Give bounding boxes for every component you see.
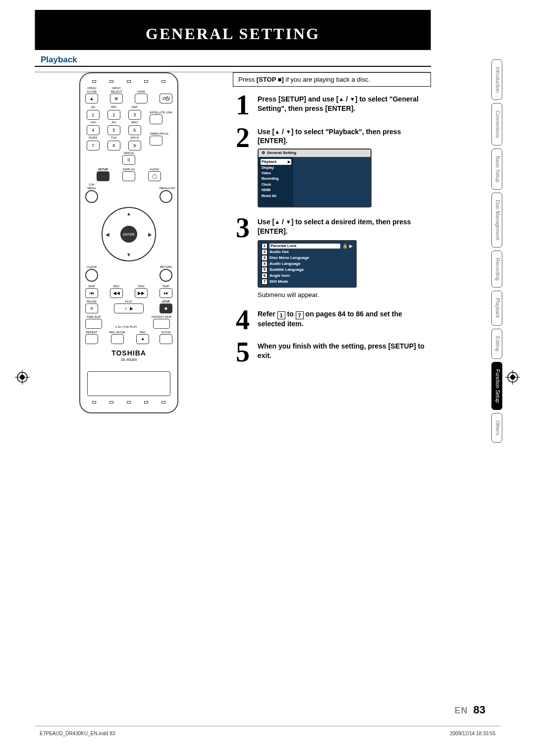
btn-recmode <box>111 334 124 344</box>
lbl-recmode: REC MODE <box>108 331 126 334</box>
tab-disc-management[interactable]: Disc Management <box>491 193 502 248</box>
btn-5: 5 <box>107 125 120 135</box>
submenu-list: 1Parental Lock🔒 ▶ 2Audio Out 3Disc Menu … <box>258 240 357 288</box>
lbl-menulist: MENU/LIST <box>160 187 172 190</box>
step-1: 1 Press [SETUP] and use [▲ / ▼] to selec… <box>233 94 431 117</box>
ref-box-7: 7 <box>296 311 304 319</box>
down-arrow-icon: ▼ <box>286 128 291 136</box>
lbl-2: ABC <box>107 105 120 109</box>
remote-dot <box>144 80 148 83</box>
btn-1: 1 <box>87 110 100 120</box>
tab-others[interactable]: Others <box>491 413 502 443</box>
tab-introduction[interactable]: Introduction <box>491 59 502 100</box>
tab-editing[interactable]: Editing <box>491 329 502 359</box>
btn-topmenu <box>85 190 98 203</box>
btn-zoom <box>160 334 172 344</box>
btn-timer <box>150 136 162 146</box>
lbl-return: RETURN <box>160 265 172 269</box>
btn-input-select: ⊕ <box>110 94 123 103</box>
registration-mark-left <box>15 370 30 387</box>
sn4: 5 <box>262 267 268 273</box>
up-arrow-icon: ▲ <box>338 96 344 103</box>
footer-date: 2009/12/14 18:33:55 <box>450 731 495 736</box>
lbl-blank <box>160 90 172 94</box>
arrow-right-icon: ▶ <box>148 232 152 237</box>
section-header: Playback <box>41 55 431 65</box>
remote-dot <box>109 80 113 83</box>
step-num-5: 5 <box>233 341 253 364</box>
btn-3: 3 <box>128 110 141 120</box>
step-num-4: 4 <box>233 308 253 332</box>
lbl-rec: REC <box>136 331 149 334</box>
btn-2: 2 <box>107 110 120 120</box>
btn-power: I/⏻ <box>160 94 172 103</box>
btn-play: ○ ▶ <box>114 303 144 313</box>
remote-dot <box>127 80 131 83</box>
lbl-repeat: REPEAT <box>85 331 98 334</box>
up-arrow-icon: ▲ <box>274 218 280 226</box>
ref-box-1: 1 <box>277 311 285 319</box>
lbl-instantskip: INSTANT SKIP <box>151 315 172 319</box>
tab-basic-setup[interactable]: Basic Setup <box>491 149 502 190</box>
btn-fwd: ▶▶ <box>135 288 148 298</box>
lbl-5: JKL <box>107 121 120 124</box>
btn-return <box>160 269 172 282</box>
lbl-speedplay: 1.3x / 0.8x PLAY <box>110 325 142 329</box>
step-num-2: 2 <box>233 126 253 208</box>
tab-function-setup[interactable]: Function Setup <box>491 362 502 410</box>
section-rule <box>35 66 431 67</box>
lbl-audio: AUDIO <box>148 168 161 171</box>
submenu-row: 2Audio Out <box>262 249 353 255</box>
remote-brand: TOSHIBA <box>85 349 172 357</box>
tab-connections[interactable]: Connections <box>491 103 502 146</box>
remote-dot <box>144 401 148 403</box>
osd-item: HDMI <box>261 187 291 193</box>
s3b: / <box>280 218 286 226</box>
btn-instantskip <box>153 319 170 329</box>
lbl-open-close: OPEN/ CLOSE <box>85 87 98 94</box>
info-suffix: if you are playing back a disc. <box>284 76 370 83</box>
sn1: 2 <box>262 249 268 255</box>
osd-item: Video <box>261 170 291 176</box>
content-row: OPEN/ CLOSE▲ INPUT SELECT⊕ HDMI I/⏻ .@/:… <box>35 72 431 413</box>
st3: Audio Language <box>269 261 353 267</box>
btn-menulist <box>160 190 172 203</box>
page-number-block: EN 83 <box>454 704 485 716</box>
remote-dot <box>92 80 96 83</box>
gear-icon: ⚙ <box>262 151 265 156</box>
side-tabs: Introduction Connections Basic Setup Dis… <box>491 59 502 443</box>
step-5: 5 When you finish with the setting, pres… <box>233 341 431 364</box>
st2: Disc Menu Language <box>269 255 353 261</box>
tab-recording[interactable]: Recording <box>491 251 502 288</box>
osd-item: Clock <box>261 182 291 187</box>
step-4: 4 Refer 1 to 7 on pages 84 to 86 and set… <box>233 308 431 332</box>
osd-item: Reset All <box>261 193 291 199</box>
s2a: Use [ <box>258 128 274 136</box>
lbl-skip-back: SKIP <box>85 285 98 288</box>
remote-control: OPEN/ CLOSE▲ INPUT SELECT⊕ HDMI I/⏻ .@/:… <box>79 72 178 413</box>
btn-hdmi <box>135 94 148 103</box>
step-num-3: 3 <box>233 216 253 299</box>
s1b: / <box>344 95 350 103</box>
step-3: 3 Use [▲ / ▼] to select a desired item, … <box>233 216 431 299</box>
osd-pane <box>293 157 371 206</box>
submenu-row: 1Parental Lock🔒 ▶ <box>262 243 353 249</box>
osd-menu: Playback▶ Display Video Recording Clock … <box>259 157 293 206</box>
s3a: Use [ <box>258 218 274 226</box>
osd-item: Recording <box>261 176 291 181</box>
page-title: GENERAL SETTING <box>35 10 431 50</box>
down-arrow-icon: ▼ <box>350 96 355 103</box>
s4a: Refer <box>258 310 277 318</box>
s5-text: When you finish with the setting, press … <box>258 342 425 359</box>
lbl-space: SPACE <box>99 151 159 155</box>
lbl-topmenu: TOP MENU <box>85 183 98 190</box>
osd-item-playback: Playback▶ <box>261 159 291 164</box>
tab-playback[interactable]: Playback <box>491 291 502 326</box>
up-arrow-icon: ▲ <box>274 128 280 136</box>
osd-title-text: General Setting <box>267 151 296 156</box>
remote-dot <box>161 80 165 83</box>
st5: Angle Icon <box>269 273 353 279</box>
btn-4: 4 <box>87 125 100 135</box>
submenu-row: 4Audio Language <box>262 261 353 267</box>
btn-display <box>122 171 135 181</box>
